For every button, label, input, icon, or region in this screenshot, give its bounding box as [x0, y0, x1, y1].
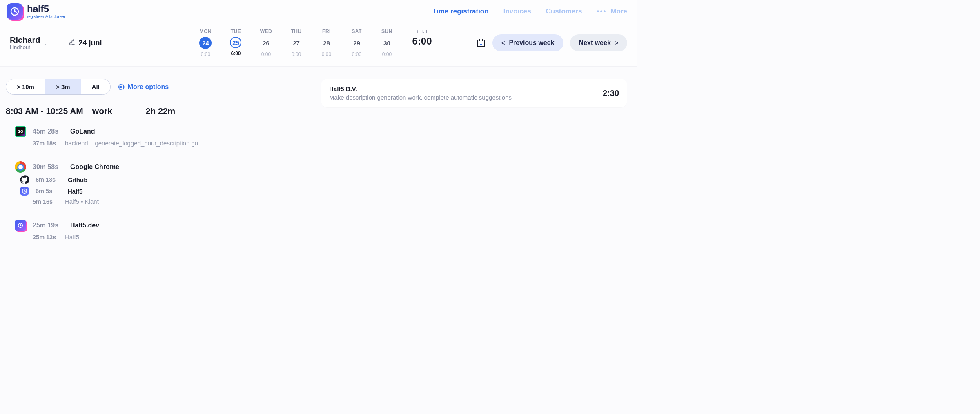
- sub-text: Half5 • Klant: [65, 198, 99, 205]
- brand-subtitle: registreer & factureer: [27, 15, 65, 19]
- selected-date: 24 juni: [78, 39, 102, 47]
- app-duration: 30m 58s: [33, 163, 64, 171]
- user-main: Richard Lindhout: [10, 36, 40, 50]
- next-week-label: Next week: [579, 39, 611, 47]
- sub-text: backend – generate_logged_hour_descripti…: [65, 140, 198, 147]
- half5dev-subrow[interactable]: 25m 12s Half5: [6, 231, 310, 240]
- filter-3m[interactable]: > 3m: [45, 79, 81, 94]
- chrome-half5-row[interactable]: 6m 5s Half5: [6, 184, 310, 196]
- sub-text: Half5: [65, 234, 79, 240]
- sub-duration: 37m 18s: [33, 140, 58, 147]
- chrome-icon: [15, 161, 26, 173]
- day-num: 24: [199, 37, 212, 49]
- brand-text: half5 registreer & factureer: [27, 4, 65, 19]
- session-label: work: [92, 106, 112, 116]
- nav-time-registration[interactable]: Time registration: [432, 7, 489, 16]
- prev-week-label: Previous week: [509, 39, 554, 47]
- task-card[interactable]: Half5 B.V. Make description generation w…: [321, 79, 627, 107]
- nav-more[interactable]: ••• More: [597, 7, 627, 16]
- user-name: Richard: [10, 36, 40, 45]
- goland-subrow[interactable]: 37m 18s backend – generate_logged_hour_d…: [6, 137, 310, 147]
- day-num: 30: [381, 37, 393, 49]
- svg-rect-2: [480, 44, 482, 45]
- day-tue[interactable]: TUE 25 6:00: [226, 29, 245, 56]
- nav-customers[interactable]: Customers: [546, 7, 582, 16]
- day-mon[interactable]: MON 24 0:00: [196, 29, 215, 57]
- app-name: GoLand: [70, 128, 95, 135]
- day-sat[interactable]: SAT 29 0:00: [347, 29, 366, 57]
- previous-week-button[interactable]: < Previous week: [492, 34, 563, 51]
- github-icon: [20, 175, 29, 184]
- day-time: 0:00: [256, 51, 276, 57]
- spacer: [6, 147, 310, 157]
- total-label: total: [412, 29, 432, 35]
- sub-text: Half5: [68, 188, 83, 195]
- app-duration: 25m 19s: [33, 222, 64, 229]
- nav-invoices[interactable]: Invoices: [503, 7, 531, 16]
- task-org: Half5 B.V.: [329, 85, 512, 92]
- day-num: 29: [350, 37, 363, 49]
- task-time: 2:30: [603, 89, 619, 98]
- day-dow: MON: [196, 29, 215, 34]
- logo-icon: [7, 3, 23, 20]
- half5-icon: [20, 187, 29, 196]
- week-nav: < Previous week Next week >: [476, 34, 627, 51]
- calendar-icon[interactable]: [476, 38, 486, 48]
- app-duration: 45m 28s: [33, 128, 64, 135]
- day-thu[interactable]: THU 27 0:00: [286, 29, 306, 57]
- day-time: 0:00: [286, 51, 306, 57]
- app-name: Google Chrome: [70, 163, 119, 171]
- half5dev-icon: [15, 220, 26, 231]
- date-edit[interactable]: 24 juni: [69, 39, 102, 47]
- day-dow: THU: [286, 29, 306, 34]
- brand[interactable]: half5 registreer & factureer: [7, 3, 65, 20]
- svg-rect-1: [477, 40, 485, 47]
- day-dow: TUE: [226, 29, 245, 34]
- day-dow: SAT: [347, 29, 366, 34]
- total-value: 6:00: [412, 36, 432, 47]
- sub-duration: 6m 13s: [36, 176, 61, 183]
- day-dow: SUN: [377, 29, 396, 34]
- day-time: 0:00: [196, 51, 215, 57]
- session-duration: 2h 22m: [146, 106, 175, 116]
- pencil-icon: [69, 39, 75, 47]
- day-num: 27: [290, 37, 302, 49]
- task-description: Make description generation work, comple…: [329, 94, 512, 101]
- spacer: [6, 205, 310, 216]
- gear-icon: [118, 84, 125, 90]
- chrome-half5-klant-row[interactable]: 5m 16s Half5 • Klant: [6, 196, 310, 205]
- week-total: total 6:00: [412, 29, 432, 47]
- session-time-range: 8:03 AM - 10:25 AM: [6, 106, 83, 116]
- svg-point-3: [120, 86, 122, 88]
- sub-duration: 6m 5s: [36, 188, 61, 194]
- day-num: 28: [320, 37, 332, 49]
- day-wed[interactable]: WED 26 0:00: [256, 29, 276, 57]
- day-fri[interactable]: FRI 28 0:00: [316, 29, 336, 57]
- filter-10m[interactable]: > 10m: [6, 79, 45, 94]
- duration-filter-segment: > 10m > 3m All: [6, 79, 111, 95]
- day-time: 0:00: [347, 51, 366, 57]
- day-num: 26: [260, 37, 272, 49]
- main-body: > 10m > 3m All More options 8:03 AM - 10…: [0, 67, 637, 240]
- next-week-button[interactable]: Next week >: [570, 34, 627, 51]
- user-selector[interactable]: Richard Lindhout ⌄: [10, 36, 48, 50]
- app-row-chrome[interactable]: 30m 58s Google Chrome: [6, 157, 310, 173]
- filter-row: > 10m > 3m All More options: [6, 79, 310, 95]
- session-header: 8:03 AM - 10:25 AM work 2h 22m: [6, 106, 310, 116]
- chrome-github-row[interactable]: 6m 13s Github: [6, 173, 310, 184]
- task-text: Half5 B.V. Make description generation w…: [329, 85, 512, 101]
- brand-name: half5: [27, 4, 65, 14]
- tasks-column: Half5 B.V. Make description generation w…: [318, 79, 637, 240]
- sub-header: Richard Lindhout ⌄ 24 juni MON 24 0:00 T…: [0, 23, 637, 67]
- day-dow: WED: [256, 29, 276, 34]
- nav-more-label: More: [610, 7, 627, 16]
- day-sun[interactable]: SUN 30 0:00: [377, 29, 396, 57]
- app-row-half5dev[interactable]: 25m 19s Half5.dev: [6, 216, 310, 231]
- day-num: 25: [230, 37, 241, 48]
- app-row-goland[interactable]: GO 45m 28s GoLand: [6, 122, 310, 137]
- day-time: 0:00: [316, 51, 336, 57]
- chevron-right-icon: >: [615, 40, 618, 46]
- filter-all[interactable]: All: [81, 79, 110, 94]
- more-options-button[interactable]: More options: [118, 83, 169, 91]
- sub-duration: 25m 12s: [33, 234, 58, 240]
